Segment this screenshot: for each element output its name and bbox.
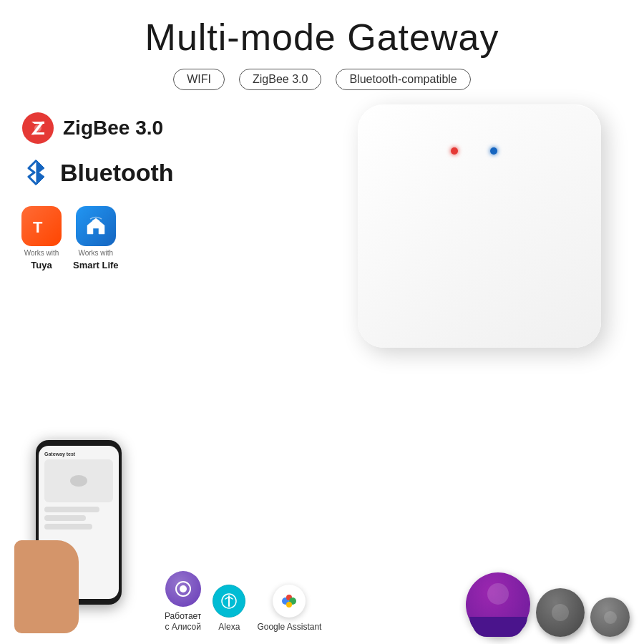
app-tuya: T Works with Tuya: [21, 206, 62, 270]
gray-speaker-small: [590, 597, 630, 637]
tag-bluetooth: Bluetooth-compatible: [336, 69, 470, 90]
google-icon: [273, 585, 306, 618]
tags-row: WIFI ZigBee 3.0 Bluetooth-compatible: [0, 69, 644, 90]
google-assistant: Google Assistant: [257, 585, 321, 633]
alexa-label: Alexa: [218, 622, 240, 633]
bluetooth-row: Bluetooth: [21, 157, 193, 187]
alexa-logo-icon: [220, 592, 238, 610]
tuya-label: Tuya: [31, 260, 52, 270]
app-smartlife: Works with Smart Life: [73, 206, 119, 270]
purple-speaker-body: [466, 572, 530, 637]
page-title: Multi-mode Gateway: [0, 0, 644, 59]
bottom-section: Gateway test Рабо: [0, 458, 644, 644]
speakers-area: [466, 572, 630, 637]
alice-assistant: Работает с Алисой: [165, 571, 201, 633]
bluetooth-label: Bluetooth: [60, 159, 174, 187]
hand-shape: [14, 540, 79, 633]
led-blue: [490, 147, 497, 155]
gateway-device: [358, 104, 623, 369]
tag-zigbee: ZigBee 3.0: [239, 69, 321, 90]
smartlife-logo-icon: [84, 214, 108, 238]
svg-text:T: T: [33, 218, 43, 236]
tuya-icon: T: [21, 206, 62, 246]
zigbee-row: ZigBee 3.0: [21, 112, 193, 145]
svg-point-3: [70, 475, 87, 487]
alexa-icon: [213, 585, 245, 618]
bluetooth-icon: [21, 157, 52, 187]
gateway-box: [358, 104, 601, 348]
gray-speaker-medium: [536, 588, 585, 637]
tag-wifi: WIFI: [173, 69, 225, 90]
phone-screen-icon: [64, 467, 93, 495]
app-icons-row: T Works with Tuya Works with: [21, 206, 193, 270]
google-logo-icon: [278, 590, 300, 612]
assistants-area: Работает с Алисой Alexa: [165, 571, 321, 633]
smartlife-label: Smart Life: [73, 260, 119, 270]
smartlife-icon: [76, 206, 116, 246]
led-red: [451, 147, 458, 155]
phone-screen-content: [44, 459, 113, 502]
svg-point-1: [34, 125, 42, 132]
smartlife-works-with: Works with: [78, 249, 113, 257]
phone-screen-header: Gateway test: [44, 452, 113, 457]
alice-label: Работает с Алисой: [165, 611, 201, 633]
tuya-works-with: Works with: [24, 249, 59, 257]
alice-icon: [165, 571, 201, 607]
zigbee-label: ZigBee 3.0: [63, 117, 163, 140]
svg-point-10: [286, 602, 292, 608]
zigbee-icon: [21, 112, 54, 145]
svg-point-5: [180, 585, 187, 592]
alice-logo-icon: [173, 579, 193, 599]
hand-phone: Gateway test: [14, 440, 143, 633]
tuya-logo-icon: T: [29, 214, 54, 238]
purple-speaker: [466, 572, 530, 637]
alexa-assistant: Alexa: [213, 585, 245, 633]
google-label: Google Assistant: [257, 622, 321, 633]
